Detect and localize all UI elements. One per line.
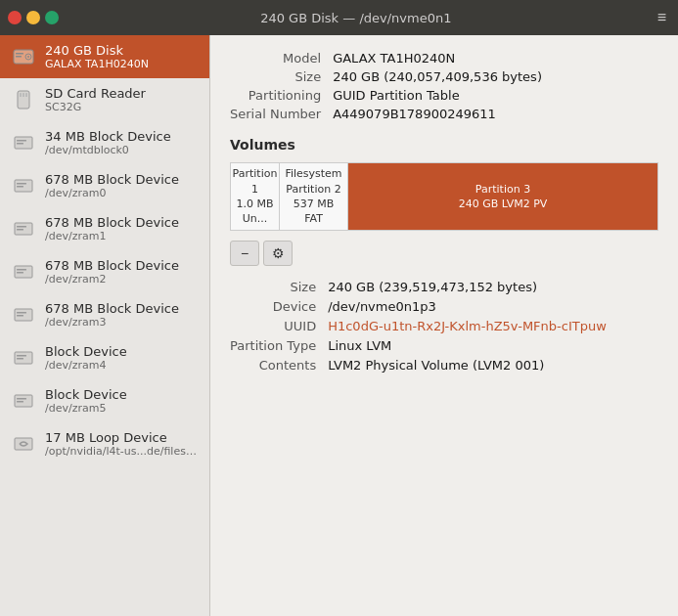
partition-3-label: Partition 3: [475, 182, 530, 197]
sidebar-item-mtdblock0[interactable]: 34 MB Block Device /dev/mtdblock0: [0, 121, 209, 164]
svg-rect-26: [17, 358, 23, 360]
detail-device-label: Device: [230, 299, 316, 314]
sidebar-item-text-loop: 17 MB Loop Device /opt/nvidia/l4t-us...d…: [45, 430, 200, 458]
detail-contents-label: Contents: [230, 358, 316, 373]
sidebar-item-loop[interactable]: 17 MB Loop Device /opt/nvidia/l4t-us...d…: [0, 422, 209, 465]
sidebar-item-label-zram3: 678 MB Block Device: [45, 301, 200, 316]
partitioning-value: GUID Partition Table: [333, 88, 658, 103]
partition-1-seg[interactable]: Partition 1 1.0 MB Un...: [231, 163, 280, 230]
sidebar-item-sublabel-loop: /opt/nvidia/l4t-us...de/filesystem.img: [45, 445, 200, 458]
model-label: Model: [230, 51, 321, 66]
sidebar-item-text-zram4: Block Device /dev/zram4: [45, 344, 200, 372]
sidebar-item-label-zram1: 678 MB Block Device: [45, 215, 200, 230]
svg-rect-16: [17, 226, 26, 228]
svg-rect-22: [17, 312, 26, 314]
partition-3-seg[interactable]: Partition 3 240 GB LVM2 PV: [348, 163, 657, 230]
sidebar-item-sublabel-sd: SC32G: [45, 101, 200, 113]
svg-rect-28: [17, 398, 26, 400]
detail-uuid-value: H1c0dG-u1tn-Rx2J-Kxlm-hZ5v-MFnb-cITpuw: [328, 319, 658, 333]
sidebar-item-icon-zram1: [10, 215, 37, 242]
serial-label: Serial Number: [230, 107, 321, 121]
partitioning-label: Partitioning: [230, 88, 321, 103]
size-label: Size: [230, 69, 321, 84]
sidebar-item-label-zram4: Block Device: [45, 344, 200, 359]
svg-rect-13: [17, 183, 26, 185]
sidebar-item-sublabel-nvme: GALAX TA1H0240N: [45, 58, 200, 70]
partition-2-label1: Filesystem: [285, 166, 341, 181]
sidebar-item-zram4[interactable]: Block Device /dev/zram4: [0, 336, 209, 379]
sidebar-item-icon-zram3: [10, 301, 37, 329]
sidebar-item-sublabel-zram0: /dev/zram0: [45, 187, 200, 199]
svg-rect-29: [17, 401, 23, 403]
sidebar-item-label-zram2: 678 MB Block Device: [45, 258, 200, 273]
svg-point-2: [27, 56, 29, 58]
size-value: 240 GB (240,057,409,536 bytes): [333, 69, 658, 84]
disk-info-table: Model GALAX TA1H0240N Size 240 GB (240,0…: [230, 51, 658, 121]
sidebar-item-zram0[interactable]: 678 MB Block Device /dev/zram0: [0, 164, 209, 207]
partition-1-label: Partition 1: [233, 166, 278, 197]
partition-2-seg[interactable]: Filesystem Partition 2 537 MB FAT: [280, 163, 348, 230]
svg-rect-14: [17, 186, 23, 188]
sidebar-item-icon-nvme: [10, 43, 37, 70]
sidebar-item-sd[interactable]: SD Card Reader SC32G: [0, 78, 209, 121]
svg-rect-30: [15, 438, 32, 450]
sidebar-item-text-zram5: Block Device /dev/zram5: [45, 387, 200, 415]
minimize-button[interactable]: [26, 11, 40, 24]
sidebar-item-label-mtdblock0: 34 MB Block Device: [45, 129, 200, 144]
partition-settings-button[interactable]: ⚙: [263, 241, 293, 266]
sidebar-item-label-sd: SD Card Reader: [45, 86, 200, 101]
svg-rect-7: [23, 93, 24, 97]
svg-rect-10: [17, 140, 26, 142]
partition-bar[interactable]: Partition 1 1.0 MB Un... Filesystem Part…: [230, 162, 658, 231]
sidebar-item-text-zram2: 678 MB Block Device /dev/zram2: [45, 258, 200, 286]
sidebar-item-sublabel-mtdblock0: /dev/mtdblock0: [45, 144, 200, 156]
maximize-button[interactable]: [45, 11, 59, 24]
sidebar-item-text-nvme: 240 GB Disk GALAX TA1H0240N: [45, 43, 200, 70]
partition-detail-table: Size 240 GB (239,519,473,152 bytes) Devi…: [230, 280, 658, 373]
sidebar-item-sublabel-zram1: /dev/zram1: [45, 230, 200, 242]
svg-rect-3: [16, 53, 23, 55]
sidebar-item-sublabel-zram3: /dev/zram3: [45, 316, 200, 329]
detail-uuid-label: UUID: [230, 319, 316, 333]
serial-value: A449079B178900249611: [333, 107, 658, 121]
sidebar-item-text-zram3: 678 MB Block Device /dev/zram3: [45, 301, 200, 329]
sidebar-item-zram5[interactable]: Block Device /dev/zram5: [0, 379, 209, 422]
detail-device-value: /dev/nvme0n1p3: [328, 299, 658, 314]
sidebar-item-nvme[interactable]: 240 GB Disk GALAX TA1H0240N: [0, 35, 209, 78]
model-value: GALAX TA1H0240N: [333, 51, 658, 66]
sidebar-item-text-zram1: 678 MB Block Device /dev/zram1: [45, 215, 200, 242]
sidebar-item-zram3[interactable]: 678 MB Block Device /dev/zram3: [0, 293, 209, 336]
svg-rect-11: [17, 143, 23, 145]
sidebar-item-label-nvme: 240 GB Disk: [45, 43, 200, 58]
sidebar-item-icon-zram2: [10, 258, 37, 286]
partition-2-label2: Partition 2: [286, 182, 340, 197]
sidebar-item-icon-zram4: [10, 344, 37, 372]
sidebar-item-label-zram0: 678 MB Block Device: [45, 172, 200, 187]
sidebar-item-text-sd: SD Card Reader SC32G: [45, 86, 200, 113]
detail-size-value: 240 GB (239,519,473,152 bytes): [328, 280, 658, 294]
partition-toolbar: − ⚙: [230, 241, 658, 266]
sidebar-item-text-mtdblock0: 34 MB Block Device /dev/mtdblock0: [45, 129, 200, 156]
svg-rect-8: [25, 93, 27, 97]
svg-rect-17: [17, 229, 23, 231]
sidebar-item-zram2[interactable]: 678 MB Block Device /dev/zram2: [0, 250, 209, 293]
main-container: 240 GB Disk GALAX TA1H0240N SD Card Read…: [0, 35, 678, 616]
sidebar-item-icon-loop: [10, 430, 37, 458]
partition-3-sublabel: 240 GB LVM2 PV: [459, 197, 548, 211]
sidebar: 240 GB Disk GALAX TA1H0240N SD Card Read…: [0, 35, 210, 616]
svg-rect-20: [17, 272, 23, 274]
window-title: 240 GB Disk — /dev/nvme0n1: [67, 11, 646, 25]
menu-button[interactable]: ≡: [654, 5, 670, 30]
content-area: Model GALAX TA1H0240N Size 240 GB (240,0…: [210, 35, 678, 616]
sidebar-item-sublabel-zram4: /dev/zram4: [45, 359, 200, 372]
close-button[interactable]: [8, 11, 22, 24]
title-bar: 240 GB Disk — /dev/nvme0n1 ≡: [0, 0, 678, 35]
remove-partition-button[interactable]: −: [230, 241, 259, 266]
partition-1-sublabel: 1.0 MB Un...: [235, 197, 275, 227]
detail-partition-type-label: Partition Type: [230, 338, 316, 353]
detail-size-label: Size: [230, 280, 316, 294]
sidebar-item-icon-zram0: [10, 172, 37, 199]
sidebar-item-zram1[interactable]: 678 MB Block Device /dev/zram1: [0, 207, 209, 250]
volumes-title: Volumes: [230, 137, 658, 153]
svg-rect-6: [20, 93, 22, 97]
